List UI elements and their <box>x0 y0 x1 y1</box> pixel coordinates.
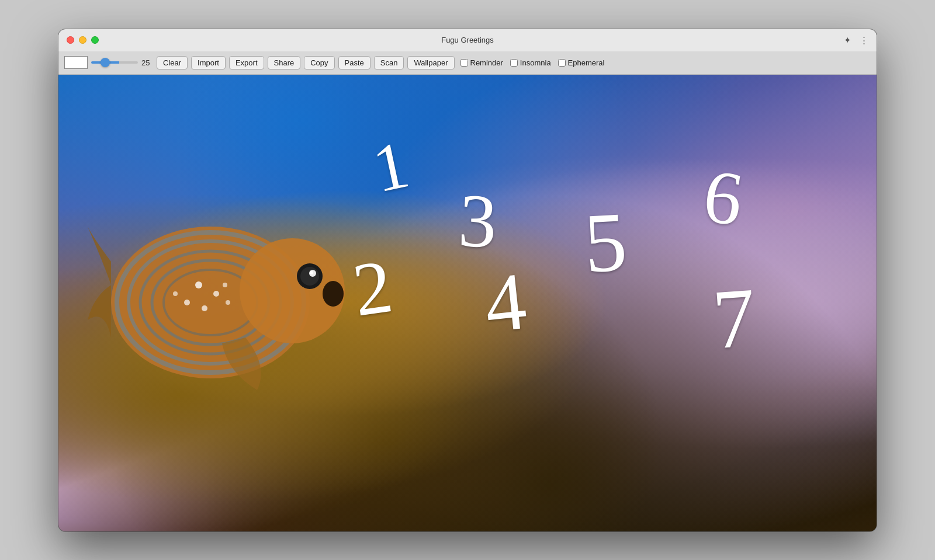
insomnia-checkbox-label[interactable]: Insomnia <box>510 58 551 67</box>
import-button[interactable]: Import <box>191 56 226 69</box>
brush-size-slider[interactable] <box>91 61 138 64</box>
scan-button[interactable]: Scan <box>374 56 404 69</box>
wallpaper-button[interactable]: Wallpaper <box>407 56 454 69</box>
paste-button[interactable]: Paste <box>338 56 370 69</box>
titlebar-actions: ✦ ⋮ <box>844 35 868 46</box>
ephemeral-checkbox[interactable] <box>558 59 566 67</box>
insomnia-checkbox[interactable] <box>510 59 518 67</box>
brush-size-control: 25 <box>91 58 153 67</box>
color-swatch[interactable] <box>64 56 88 69</box>
ephemeral-checkbox-label[interactable]: Ephemeral <box>558 58 605 67</box>
menu-icon[interactable]: ⋮ <box>860 35 868 46</box>
export-button[interactable]: Export <box>229 56 264 69</box>
copy-button[interactable]: Copy <box>304 56 334 69</box>
minimize-button[interactable] <box>79 36 86 44</box>
ephemeral-label: Ephemeral <box>568 58 605 67</box>
reminder-checkbox[interactable] <box>460 59 468 67</box>
extension-icon[interactable]: ✦ <box>844 35 851 46</box>
insomnia-label: Insomnia <box>520 58 551 67</box>
traffic-lights <box>67 36 99 44</box>
maximize-button[interactable] <box>91 36 99 44</box>
close-button[interactable] <box>67 36 74 44</box>
brush-size-value: 25 <box>141 58 153 67</box>
options-checkboxes: Reminder Insomnia Ephemeral <box>460 58 605 67</box>
canvas-area[interactable]: 1 2 3 4 5 6 7 <box>58 75 877 531</box>
reminder-checkbox-label[interactable]: Reminder <box>460 58 503 67</box>
app-window: Fugu Greetings ✦ ⋮ 25 Clear Import Expor… <box>58 29 877 531</box>
titlebar: Fugu Greetings ✦ ⋮ <box>58 29 877 51</box>
background-image <box>58 75 877 531</box>
toolbar: 25 Clear Import Export Share Copy Paste … <box>58 51 877 75</box>
reminder-label: Reminder <box>470 58 503 67</box>
window-title: Fugu Greetings <box>441 36 494 44</box>
share-button[interactable]: Share <box>268 56 301 69</box>
clear-button[interactable]: Clear <box>157 56 188 69</box>
